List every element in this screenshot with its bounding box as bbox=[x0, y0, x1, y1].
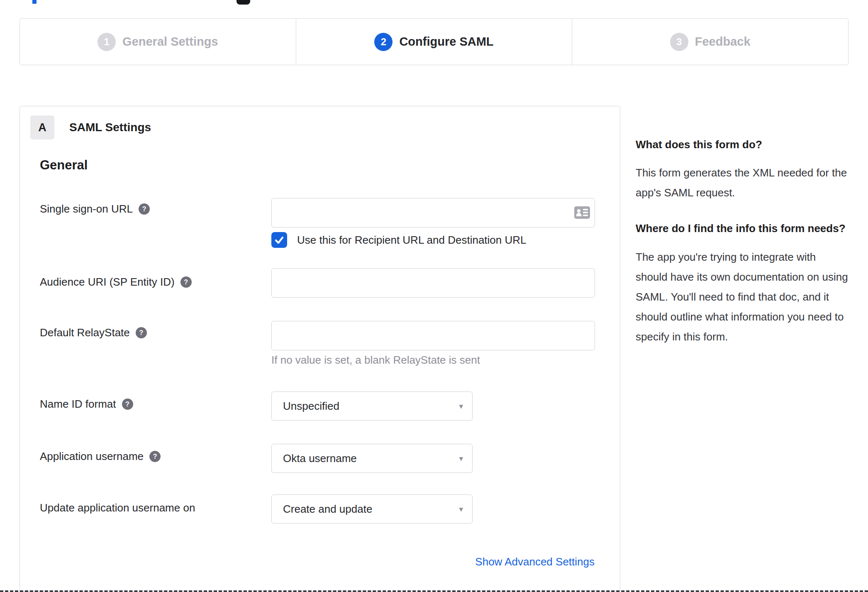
step-number-badge: 3 bbox=[670, 33, 688, 51]
help-icon[interactable]: ? bbox=[122, 399, 133, 410]
cutoff-blue-fragment bbox=[32, 0, 37, 4]
show-advanced-settings-link[interactable]: Show Advanced Settings bbox=[475, 555, 595, 568]
relaystate-helper-text: If no value is set, a blank RelayState i… bbox=[271, 354, 480, 367]
card-header: A SAML Settings bbox=[30, 115, 151, 139]
field-label-text: Application username bbox=[40, 450, 144, 463]
help-q1-body: This form generates the XML needed for t… bbox=[636, 163, 850, 203]
help-icon[interactable]: ? bbox=[136, 327, 147, 338]
recipient-url-checkbox-row: Use this for Recipient URL and Destinati… bbox=[271, 232, 527, 248]
help-icon[interactable]: ? bbox=[139, 203, 150, 215]
sso-url-input[interactable] bbox=[271, 198, 595, 228]
select-value: Okta username bbox=[283, 452, 357, 465]
help-q2-body: The app you're trying to integrate with … bbox=[636, 247, 850, 347]
recipient-url-checkbox[interactable] bbox=[271, 232, 287, 248]
select-value: Create and update bbox=[283, 503, 372, 516]
wizard-stepper: 1 General Settings 2 Configure SAML 3 Fe… bbox=[20, 18, 848, 65]
select-value: Unspecified bbox=[283, 400, 339, 413]
step-label: Configure SAML bbox=[399, 35, 493, 49]
audience-uri-label: Audience URI (SP Entity ID) ? bbox=[40, 276, 192, 289]
checkmark-icon bbox=[274, 235, 284, 245]
chevron-down-icon: ▾ bbox=[459, 454, 463, 463]
section-a-badge: A bbox=[30, 115, 54, 139]
card-title: SAML Settings bbox=[69, 121, 151, 134]
chevron-down-icon: ▾ bbox=[459, 504, 463, 514]
help-panel: What does this form do? This form genera… bbox=[636, 136, 850, 364]
help-icon[interactable]: ? bbox=[180, 276, 192, 288]
update-username-on-label: Update application username on bbox=[40, 501, 195, 514]
cutoff-dark-fragment bbox=[237, 0, 250, 5]
step-number-badge: 1 bbox=[98, 33, 116, 51]
step-configure-saml[interactable]: 2 Configure SAML bbox=[296, 19, 572, 65]
field-label-text: Name ID format bbox=[40, 398, 116, 411]
help-q1-heading: What does this form do? bbox=[636, 136, 850, 153]
name-id-format-label: Name ID format ? bbox=[40, 398, 133, 411]
sso-url-label: Single sign-on URL ? bbox=[40, 203, 150, 215]
saml-settings-card: A SAML Settings General Single sign-on U… bbox=[20, 106, 620, 592]
application-username-label: Application username ? bbox=[40, 450, 161, 463]
general-heading: General bbox=[40, 158, 88, 173]
default-relaystate-label: Default RelayState ? bbox=[40, 326, 147, 339]
help-icon[interactable]: ? bbox=[149, 451, 161, 462]
update-username-on-select[interactable]: Create and update ▾ bbox=[271, 494, 473, 524]
bottom-cutoff-dashes bbox=[0, 590, 868, 592]
help-q2-heading: Where do I find the info this form needs… bbox=[636, 220, 850, 237]
default-relaystate-input[interactable] bbox=[271, 321, 595, 350]
audience-uri-input[interactable] bbox=[271, 268, 595, 298]
field-label-text: Single sign-on URL bbox=[40, 203, 133, 215]
step-label: General Settings bbox=[122, 35, 218, 49]
name-id-format-select[interactable]: Unspecified ▾ bbox=[271, 391, 473, 421]
step-general-settings[interactable]: 1 General Settings bbox=[20, 19, 296, 65]
field-label-text: Audience URI (SP Entity ID) bbox=[40, 276, 175, 289]
step-number-badge: 2 bbox=[374, 33, 393, 51]
checkbox-label: Use this for Recipient URL and Destinati… bbox=[297, 234, 527, 247]
step-feedback[interactable]: 3 Feedback bbox=[572, 19, 848, 65]
step-label: Feedback bbox=[695, 35, 751, 49]
field-label-text: Update application username on bbox=[40, 501, 195, 514]
application-username-select[interactable]: Okta username ▾ bbox=[271, 444, 473, 473]
field-label-text: Default RelayState bbox=[40, 326, 130, 339]
chevron-down-icon: ▾ bbox=[459, 401, 463, 411]
